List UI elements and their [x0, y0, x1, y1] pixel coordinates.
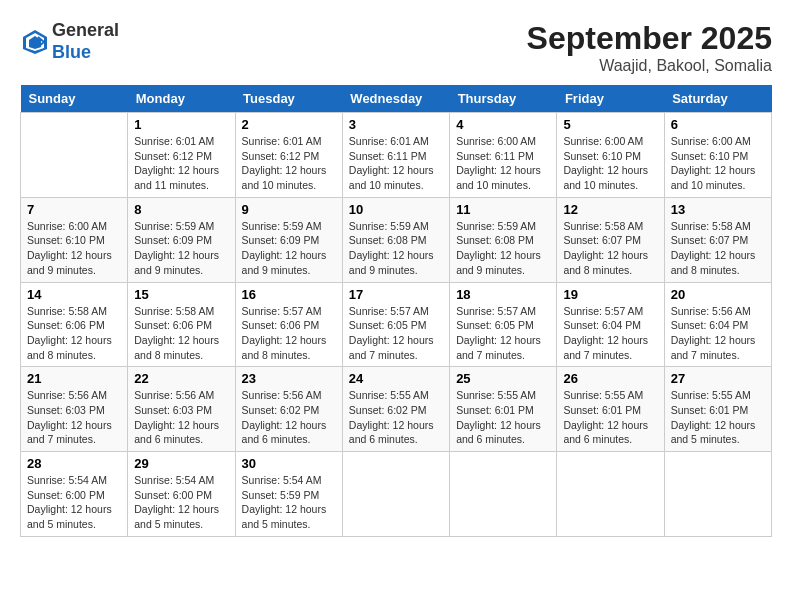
calendar-week-2: 7Sunrise: 6:00 AMSunset: 6:10 PMDaylight…	[21, 197, 772, 282]
day-info: Sunrise: 5:57 AMSunset: 6:05 PMDaylight:…	[349, 304, 443, 363]
calendar-cell	[557, 452, 664, 537]
day-number: 4	[456, 117, 550, 132]
day-number: 16	[242, 287, 336, 302]
calendar-cell: 5Sunrise: 6:00 AMSunset: 6:10 PMDaylight…	[557, 113, 664, 198]
day-number: 6	[671, 117, 765, 132]
calendar-cell: 8Sunrise: 5:59 AMSunset: 6:09 PMDaylight…	[128, 197, 235, 282]
day-info: Sunrise: 5:54 AMSunset: 6:00 PMDaylight:…	[134, 473, 228, 532]
day-number: 17	[349, 287, 443, 302]
calendar-cell: 9Sunrise: 5:59 AMSunset: 6:09 PMDaylight…	[235, 197, 342, 282]
calendar-cell: 18Sunrise: 5:57 AMSunset: 6:05 PMDayligh…	[450, 282, 557, 367]
day-info: Sunrise: 5:58 AMSunset: 6:06 PMDaylight:…	[27, 304, 121, 363]
col-header-tuesday: Tuesday	[235, 85, 342, 113]
calendar-cell	[450, 452, 557, 537]
day-number: 22	[134, 371, 228, 386]
logo-blue: Blue	[52, 42, 91, 62]
day-number: 5	[563, 117, 657, 132]
calendar-cell: 24Sunrise: 5:55 AMSunset: 6:02 PMDayligh…	[342, 367, 449, 452]
day-info: Sunrise: 6:01 AMSunset: 6:11 PMDaylight:…	[349, 134, 443, 193]
day-number: 23	[242, 371, 336, 386]
day-number: 12	[563, 202, 657, 217]
day-number: 11	[456, 202, 550, 217]
calendar-cell: 4Sunrise: 6:00 AMSunset: 6:11 PMDaylight…	[450, 113, 557, 198]
day-number: 19	[563, 287, 657, 302]
day-info: Sunrise: 5:59 AMSunset: 6:09 PMDaylight:…	[242, 219, 336, 278]
day-info: Sunrise: 5:54 AMSunset: 5:59 PMDaylight:…	[242, 473, 336, 532]
calendar-cell	[664, 452, 771, 537]
day-number: 20	[671, 287, 765, 302]
calendar-cell	[21, 113, 128, 198]
day-number: 14	[27, 287, 121, 302]
calendar-cell: 16Sunrise: 5:57 AMSunset: 6:06 PMDayligh…	[235, 282, 342, 367]
calendar-table: SundayMondayTuesdayWednesdayThursdayFrid…	[20, 85, 772, 537]
day-info: Sunrise: 5:59 AMSunset: 6:09 PMDaylight:…	[134, 219, 228, 278]
day-info: Sunrise: 6:00 AMSunset: 6:11 PMDaylight:…	[456, 134, 550, 193]
day-info: Sunrise: 5:56 AMSunset: 6:02 PMDaylight:…	[242, 388, 336, 447]
calendar-cell: 23Sunrise: 5:56 AMSunset: 6:02 PMDayligh…	[235, 367, 342, 452]
calendar-cell: 3Sunrise: 6:01 AMSunset: 6:11 PMDaylight…	[342, 113, 449, 198]
day-info: Sunrise: 5:59 AMSunset: 6:08 PMDaylight:…	[456, 219, 550, 278]
calendar-cell	[342, 452, 449, 537]
day-info: Sunrise: 5:56 AMSunset: 6:04 PMDaylight:…	[671, 304, 765, 363]
col-header-saturday: Saturday	[664, 85, 771, 113]
calendar-cell: 29Sunrise: 5:54 AMSunset: 6:00 PMDayligh…	[128, 452, 235, 537]
day-info: Sunrise: 6:01 AMSunset: 6:12 PMDaylight:…	[242, 134, 336, 193]
calendar-cell: 20Sunrise: 5:56 AMSunset: 6:04 PMDayligh…	[664, 282, 771, 367]
day-info: Sunrise: 5:56 AMSunset: 6:03 PMDaylight:…	[134, 388, 228, 447]
day-info: Sunrise: 5:55 AMSunset: 6:01 PMDaylight:…	[563, 388, 657, 447]
calendar-cell: 6Sunrise: 6:00 AMSunset: 6:10 PMDaylight…	[664, 113, 771, 198]
calendar-cell: 13Sunrise: 5:58 AMSunset: 6:07 PMDayligh…	[664, 197, 771, 282]
day-number: 8	[134, 202, 228, 217]
day-number: 3	[349, 117, 443, 132]
day-number: 10	[349, 202, 443, 217]
calendar-cell: 17Sunrise: 5:57 AMSunset: 6:05 PMDayligh…	[342, 282, 449, 367]
col-header-thursday: Thursday	[450, 85, 557, 113]
title-block: September 2025 Waajid, Bakool, Somalia	[527, 20, 772, 75]
day-info: Sunrise: 5:57 AMSunset: 6:04 PMDaylight:…	[563, 304, 657, 363]
col-header-sunday: Sunday	[21, 85, 128, 113]
day-number: 15	[134, 287, 228, 302]
day-info: Sunrise: 5:55 AMSunset: 6:01 PMDaylight:…	[456, 388, 550, 447]
day-number: 27	[671, 371, 765, 386]
calendar-cell: 28Sunrise: 5:54 AMSunset: 6:00 PMDayligh…	[21, 452, 128, 537]
col-header-monday: Monday	[128, 85, 235, 113]
calendar-week-3: 14Sunrise: 5:58 AMSunset: 6:06 PMDayligh…	[21, 282, 772, 367]
page-header: General Blue September 2025 Waajid, Bako…	[20, 20, 772, 75]
day-info: Sunrise: 5:54 AMSunset: 6:00 PMDaylight:…	[27, 473, 121, 532]
logo-general: General	[52, 20, 119, 40]
day-number: 24	[349, 371, 443, 386]
day-info: Sunrise: 5:58 AMSunset: 6:07 PMDaylight:…	[563, 219, 657, 278]
calendar-cell: 14Sunrise: 5:58 AMSunset: 6:06 PMDayligh…	[21, 282, 128, 367]
calendar-cell: 15Sunrise: 5:58 AMSunset: 6:06 PMDayligh…	[128, 282, 235, 367]
calendar-cell: 26Sunrise: 5:55 AMSunset: 6:01 PMDayligh…	[557, 367, 664, 452]
day-number: 21	[27, 371, 121, 386]
day-info: Sunrise: 5:55 AMSunset: 6:02 PMDaylight:…	[349, 388, 443, 447]
calendar-week-5: 28Sunrise: 5:54 AMSunset: 6:00 PMDayligh…	[21, 452, 772, 537]
calendar-header-row: SundayMondayTuesdayWednesdayThursdayFrid…	[21, 85, 772, 113]
calendar-cell: 11Sunrise: 5:59 AMSunset: 6:08 PMDayligh…	[450, 197, 557, 282]
day-info: Sunrise: 6:01 AMSunset: 6:12 PMDaylight:…	[134, 134, 228, 193]
day-number: 29	[134, 456, 228, 471]
calendar-cell: 30Sunrise: 5:54 AMSunset: 5:59 PMDayligh…	[235, 452, 342, 537]
day-number: 26	[563, 371, 657, 386]
day-number: 18	[456, 287, 550, 302]
calendar-week-4: 21Sunrise: 5:56 AMSunset: 6:03 PMDayligh…	[21, 367, 772, 452]
logo-icon	[20, 27, 50, 57]
calendar-cell: 10Sunrise: 5:59 AMSunset: 6:08 PMDayligh…	[342, 197, 449, 282]
day-number: 7	[27, 202, 121, 217]
calendar-cell: 1Sunrise: 6:01 AMSunset: 6:12 PMDaylight…	[128, 113, 235, 198]
day-number: 13	[671, 202, 765, 217]
day-info: Sunrise: 5:56 AMSunset: 6:03 PMDaylight:…	[27, 388, 121, 447]
calendar-cell: 2Sunrise: 6:01 AMSunset: 6:12 PMDaylight…	[235, 113, 342, 198]
day-number: 25	[456, 371, 550, 386]
day-number: 1	[134, 117, 228, 132]
day-number: 9	[242, 202, 336, 217]
calendar-cell: 21Sunrise: 5:56 AMSunset: 6:03 PMDayligh…	[21, 367, 128, 452]
calendar-cell: 22Sunrise: 5:56 AMSunset: 6:03 PMDayligh…	[128, 367, 235, 452]
calendar-cell: 7Sunrise: 6:00 AMSunset: 6:10 PMDaylight…	[21, 197, 128, 282]
day-info: Sunrise: 5:55 AMSunset: 6:01 PMDaylight:…	[671, 388, 765, 447]
page-title: September 2025	[527, 20, 772, 57]
calendar-cell: 27Sunrise: 5:55 AMSunset: 6:01 PMDayligh…	[664, 367, 771, 452]
day-info: Sunrise: 5:58 AMSunset: 6:06 PMDaylight:…	[134, 304, 228, 363]
calendar-week-1: 1Sunrise: 6:01 AMSunset: 6:12 PMDaylight…	[21, 113, 772, 198]
